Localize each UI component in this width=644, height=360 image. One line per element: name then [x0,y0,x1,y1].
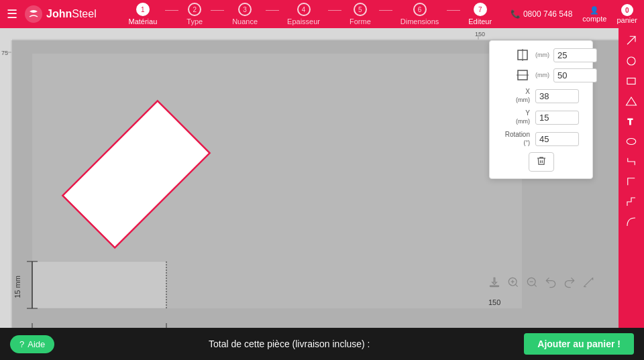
svg-text:150: 150 [475,31,485,38]
height-row: (mm) [496,68,586,82]
svg-text:15 mm: 15 mm [13,276,21,298]
width-unit-label: (mm) [535,52,549,58]
width-row: (mm) [496,48,586,62]
nav-line-4 [328,10,341,11]
header-right: 📞 0800 746 548 👤 compte 0 panier [511,4,637,24]
nav-step-3[interactable]: 3 Nuance [232,3,258,25]
nav-line-6 [447,10,460,11]
nav-step-4[interactable]: 4 Epaisseur [287,3,320,25]
svg-text:75: 75 [1,50,8,56]
text-tool[interactable]: T [621,112,642,131]
svg-line-31 [533,284,536,287]
undo-icon[interactable] [544,276,557,292]
menu-icon[interactable]: ☰ [7,7,17,21]
bottom-bar: ? Aide Total de cette pièce (livraison i… [0,328,644,360]
logo: JohnSteel [24,5,97,23]
measure-icon[interactable] [582,276,595,292]
svg-marker-39 [627,97,637,105]
rectangle-tool[interactable] [621,72,642,91]
svg-point-37 [627,57,635,65]
step-tool[interactable] [621,192,642,211]
nav-step-2[interactable]: 2 Type [186,3,203,25]
ruler-top: 150 [0,28,619,40]
svg-text:150: 150 [488,298,500,306]
x-label: X(mm) [496,88,530,104]
header: ☰ JohnSteel 1 Matériau 2 Type 3 Nuance 4… [0,0,644,28]
width-icon [496,48,530,62]
help-button[interactable]: ? Aide [10,335,54,353]
redo-icon[interactable] [563,276,576,292]
svg-line-27 [515,284,517,287]
ruler-left: 75 [0,28,12,328]
circle-tool[interactable] [621,52,642,70]
delete-button[interactable] [529,152,554,172]
add-to-cart-button[interactable]: Ajouter au panier ! [524,333,634,355]
width-input[interactable] [553,48,597,62]
curve-tool[interactable] [621,213,642,231]
canvas-area[interactable]: 150 75 [0,28,619,328]
svg-rect-25 [490,286,498,287]
cart-button[interactable]: 0 panier [616,4,637,24]
triangle-tool[interactable] [621,92,642,111]
main-area: 150 75 [0,28,644,328]
x-row: X(mm) [496,88,586,104]
svg-line-33 [584,278,592,286]
nav-step-6[interactable]: 6 Dimensions [400,3,439,25]
nav-step-1[interactable]: 1 Matériau [129,3,158,25]
rotation-label: Rotation(°) [496,131,530,147]
nav-line-3 [266,10,279,11]
height-icon [496,68,530,82]
svg-rect-9 [32,261,166,308]
y-input[interactable] [535,111,579,125]
cursor-tool[interactable] [621,32,642,50]
svg-point-41 [627,139,636,145]
account-button[interactable]: 👤 compte [582,6,606,23]
total-label: Total de cette pièce (livraison incluse)… [54,339,524,349]
delete-button-row [496,152,586,172]
nav-line-5 [379,10,392,11]
height-unit-label: (mm) [535,72,549,78]
logo-text: JohnSteel [46,8,97,20]
svg-point-0 [25,5,42,23]
svg-line-36 [627,36,635,44]
svg-rect-38 [627,78,635,84]
notch-tool[interactable] [621,152,642,171]
zoom-in-icon[interactable] [506,276,520,292]
rotation-row: Rotation(°) [496,131,586,147]
y-label: Y(mm) [496,109,530,125]
nav-line-1 [165,10,178,11]
cart-badge: 0 [621,4,633,16]
bottom-tools [489,272,593,296]
height-input[interactable] [553,68,597,82]
oval-tool[interactable] [621,132,642,151]
phone-number: 📞 0800 746 548 [511,9,572,19]
svg-text:T: T [628,117,633,127]
angle-tool[interactable] [621,172,642,191]
nav-line-2 [211,10,224,11]
x-input[interactable] [535,89,579,103]
rotation-input[interactable] [535,132,579,146]
nav-steps: 1 Matériau 2 Type 3 Nuance 4 Epaisseur 5… [110,3,511,25]
zoom-out-icon[interactable] [525,276,539,292]
nav-step-7[interactable]: 7 Editeur [468,3,492,25]
trash-icon [536,156,547,166]
help-icon: ? [19,339,24,349]
y-row: Y(mm) [496,109,586,125]
properties-panel: (mm) (mm) X(mm) Y(mm [489,40,593,179]
side-toolbar: T [619,28,644,328]
logo-icon [24,5,43,23]
dxf-download-icon[interactable] [488,276,501,292]
nav-step-5[interactable]: 5 Forme [350,3,371,25]
